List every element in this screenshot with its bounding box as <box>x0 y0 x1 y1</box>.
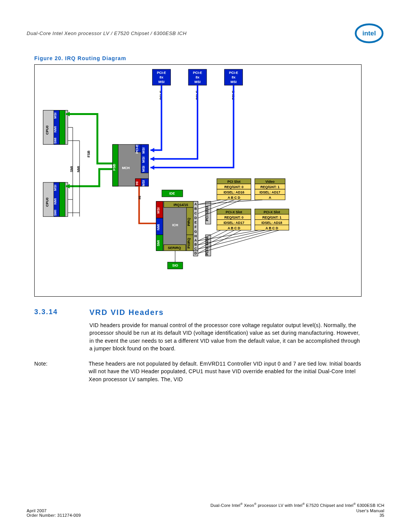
svg-marker-17 <box>150 148 154 152</box>
svg-text:PCI-E: PCI-E <box>135 144 139 153</box>
svg-text:PCI-X Slot: PCI-X Slot <box>264 210 280 214</box>
svg-text:IDSEL: AD18: IDSEL: AD18 <box>261 221 282 225</box>
svg-text:B: B <box>194 207 197 211</box>
svg-text:REQ/GNT: 1: REQ/GNT: 1 <box>262 216 281 219</box>
note-label: Note: <box>34 360 78 383</box>
svg-text:REQ/GNT: 0: REQ/GNT: 0 <box>225 216 244 219</box>
svg-text:MSI: MSI <box>158 80 164 84</box>
svg-rect-29 <box>59 182 65 217</box>
note-body: These headers are not populated by defau… <box>89 360 365 383</box>
svg-text:intel: intel <box>362 29 376 37</box>
svg-marker-18 <box>150 157 154 161</box>
svg-text:PCI-E: PCI-E <box>157 71 166 75</box>
footer-manual: User's Manual <box>356 508 384 513</box>
svg-text:F: F <box>194 225 197 229</box>
section-heading: 3.3.14 VRD VID Headers <box>34 308 362 317</box>
svg-text:PCI-X Slot: PCI-X Slot <box>226 210 242 214</box>
svg-text:D: D <box>194 251 197 255</box>
svg-text:E: E <box>194 220 197 224</box>
svg-text:PCI-E: PCI-E <box>193 71 202 75</box>
svg-text:C: C <box>194 211 197 215</box>
svg-text:MCH: MCH <box>122 166 129 170</box>
svg-text:SMI: SMI <box>53 137 57 144</box>
svg-rect-22 <box>59 110 65 145</box>
svg-text:PCI-E: PCI-E <box>229 71 238 75</box>
svg-text:NMI: NMI <box>53 198 57 204</box>
svg-text:REQ/GNT: 0: REQ/GNT: 0 <box>225 185 244 189</box>
svg-text:A: A <box>269 196 271 200</box>
svg-text:PCI Slot: PCI Slot <box>227 180 240 184</box>
svg-text:CPU0: CPU0 <box>45 125 49 134</box>
svg-text:A  B  C  D: A B C D <box>266 226 279 230</box>
footer-page: 35 <box>379 513 384 518</box>
svg-text:MSI: MSI <box>194 80 201 84</box>
svg-text:8x: 8x <box>232 75 236 79</box>
svg-text:IDSEL: AD16: IDSEL: AD16 <box>223 190 244 194</box>
page-footer: Dual-Core Intel® Xeon® processor LV with… <box>27 502 384 518</box>
svg-text:B: B <box>194 243 197 246</box>
svg-text:MSI: MSI <box>53 185 57 191</box>
running-title: Dual-Core Intel Xeon processor LV / E752… <box>27 30 186 36</box>
svg-text:G: G <box>194 230 197 233</box>
section-number: 3.3.14 <box>34 308 74 317</box>
svg-text:H: H <box>194 234 197 238</box>
svg-text:PIRQ: PIRQ <box>187 218 191 226</box>
svg-text:MSI: MSI <box>53 113 57 119</box>
intel-logo: intel <box>354 23 384 44</box>
svg-text:IRQ14/15: IRQ14/15 <box>174 203 188 207</box>
svg-text:PXIRQ: PXIRQ <box>187 238 191 248</box>
svg-text:MSI: MSI <box>142 147 145 153</box>
svg-text:8x: 8x <box>159 75 163 79</box>
irq-routing-diagram: PCI-E 8x MSI PCI-E 8x MSI PCI-E 8x MSI P… <box>34 64 362 297</box>
svg-text:A: A <box>194 238 197 242</box>
svg-text:ICH: ICH <box>172 223 178 227</box>
svg-text:Video: Video <box>265 180 275 184</box>
svg-text:HI: HI <box>135 181 139 185</box>
svg-text:SERIRQ: SERIRQ <box>168 246 181 250</box>
figure-caption: Figure 20. IRQ Routing Diagram <box>34 55 384 61</box>
svg-text:NMI: NMI <box>156 224 160 230</box>
svg-text:REQ/GNT: 1: REQ/GNT: 1 <box>260 185 279 189</box>
svg-text:IDSEL: AD17: IDSEL: AD17 <box>260 190 280 194</box>
note-block: Note: These headers are not populated by… <box>34 360 365 383</box>
svg-text:FSB: FSB <box>87 150 91 157</box>
svg-text:FSB: FSB <box>112 164 116 171</box>
svg-text:D: D <box>194 216 197 220</box>
footer-order: Order Number: 311274-009 <box>27 513 81 518</box>
svg-text:A: A <box>194 202 197 206</box>
svg-text:SMI: SMI <box>156 240 160 246</box>
svg-text:NMI: NMI <box>53 126 57 132</box>
footer-date: April 2007 <box>27 508 47 513</box>
svg-text:A  B  C  D: A B C D <box>228 196 241 200</box>
svg-text:SMI: SMI <box>70 166 73 172</box>
svg-text:MSI: MSI <box>156 208 160 214</box>
svg-text:HI: HI <box>138 196 142 199</box>
svg-text:MSI: MSI <box>142 180 145 186</box>
svg-marker-19 <box>150 165 154 170</box>
svg-text:CPU0: CPU0 <box>45 198 49 207</box>
svg-text:MSI: MSI <box>142 166 145 172</box>
svg-text:8x: 8x <box>196 75 199 79</box>
svg-text:IDE: IDE <box>169 192 175 195</box>
svg-text:IDSEL: AD17: IDSEL: AD17 <box>223 221 244 225</box>
svg-text:MSI: MSI <box>231 80 237 84</box>
svg-text:NMI: NMI <box>76 166 80 172</box>
svg-text:SMI: SMI <box>53 210 57 216</box>
svg-text:MSI: MSI <box>142 157 145 163</box>
svg-text:SIO: SIO <box>172 264 178 267</box>
section-title: VRD VID Headers <box>89 308 164 317</box>
svg-text:C: C <box>194 247 197 251</box>
section-body: VID headers provide for manual control o… <box>89 321 363 352</box>
footer-product-line: Dual-Core Intel® Xeon® processor LV with… <box>27 502 384 508</box>
page-header: Dual-Core Intel Xeon processor LV / E752… <box>27 23 384 44</box>
svg-text:A  B  C  D: A B C D <box>228 226 241 230</box>
